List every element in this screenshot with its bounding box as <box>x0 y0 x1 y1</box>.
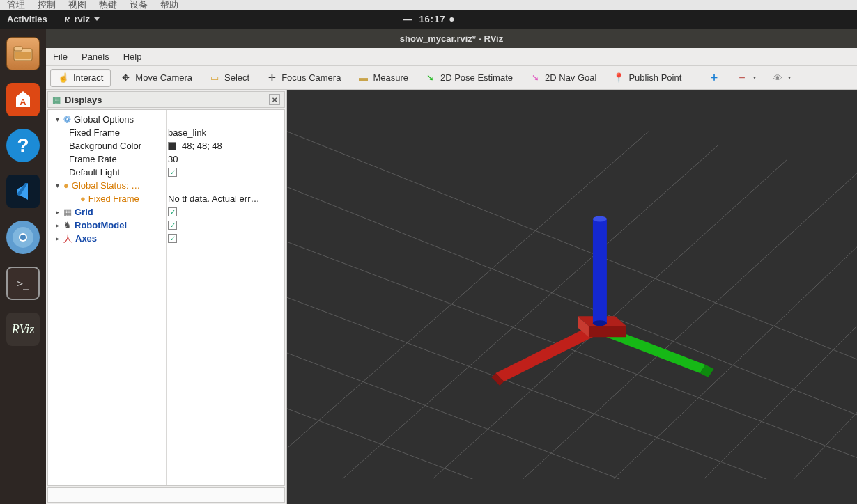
value-background-color[interactable]: 48; 48; 48 <box>168 139 283 152</box>
pointer-icon: ☝ <box>58 72 69 84</box>
select-button[interactable]: ▭ Select <box>201 69 257 87</box>
tree-prop-frame-rate[interactable]: Frame Rate <box>49 152 164 166</box>
dock-chromium-icon[interactable] <box>6 221 40 254</box>
visibility-button[interactable]: 👁▾ <box>765 69 798 87</box>
menu-help[interactable]: Help <box>123 52 142 62</box>
gnome-top-bar: Activities R rviz — 16:17 <box>0 10 857 29</box>
value-grid-checked[interactable]: ✓ <box>168 205 283 219</box>
svg-line-16 <box>287 284 857 478</box>
window-title: show_mycar.rviz* - RViz <box>400 33 503 44</box>
menu-file[interactable]: File <box>53 52 68 62</box>
displays-panel-title: Displays <box>65 95 102 105</box>
svg-rect-1 <box>14 47 22 51</box>
gear-icon: ❁ <box>63 114 71 125</box>
tree-item-global-options[interactable]: ▾❁Global Options <box>49 113 164 126</box>
crosshair-icon: ✛ <box>266 72 277 84</box>
dock-vscode-icon[interactable] <box>6 175 40 208</box>
tree-prop-default-light[interactable]: Default Light <box>49 166 164 179</box>
nav-goal-button[interactable]: ➘ 2D Nav Goal <box>522 69 604 87</box>
svg-line-18 <box>287 395 746 479</box>
value-status-fixed-frame: No tf data. Actual err… <box>168 192 283 205</box>
plus-icon: ＋ <box>709 70 720 85</box>
3d-viewport[interactable] <box>287 90 857 504</box>
pose-estimate-button[interactable]: ➘ 2D Pose Estimate <box>417 69 520 87</box>
dock-software-icon[interactable]: A <box>6 83 40 116</box>
host-os-menubar: 管理 控制 视图 热键 设备 帮助 <box>0 0 857 10</box>
toolbar-separator <box>695 70 695 86</box>
displays-panel: ▦ Displays ✕ ▾❁Global Options Fixed Fram… <box>46 90 287 504</box>
svg-line-10 <box>523 173 857 479</box>
app-menu[interactable]: R rviz <box>64 14 100 25</box>
dock-rviz-icon[interactable]: RViz <box>6 313 40 346</box>
z-axis-icon <box>593 216 607 326</box>
checkbox-icon[interactable]: ✓ <box>168 168 177 177</box>
remove-display-button[interactable]: －▾ <box>729 67 764 88</box>
focus-camera-button[interactable]: ✛ Focus Camera <box>258 69 348 87</box>
ruler-icon: ▬ <box>357 72 369 84</box>
move-camera-button[interactable]: ✥ Move Camera <box>112 69 200 87</box>
viewport-scene <box>287 90 857 479</box>
svg-text:A: A <box>20 97 26 107</box>
displays-tree: ▾❁Global Options Fixed Frame Background … <box>47 109 285 486</box>
ubuntu-dock: A ? >_ RViz <box>0 29 46 504</box>
measure-button[interactable]: ▬ Measure <box>350 69 416 87</box>
tree-status-fixed-frame[interactable]: ●Fixed Frame <box>49 192 164 205</box>
value-default-light[interactable]: ✓ <box>168 166 283 179</box>
tree-item-global-status[interactable]: ▾●Global Status: … <box>49 179 164 192</box>
menu-panels[interactable]: Panels <box>82 52 109 62</box>
checkbox-icon[interactable]: ✓ <box>168 207 177 216</box>
clock[interactable]: — 16:17 <box>403 14 454 24</box>
activities-button[interactable]: Activities <box>7 14 47 24</box>
chevron-down-icon <box>94 17 100 21</box>
displays-panel-footer <box>47 487 285 503</box>
tree-item-axes[interactable]: ▸人Axes <box>49 232 164 245</box>
window-title-bar[interactable]: show_mycar.rviz* - RViz <box>46 29 857 48</box>
checkbox-icon[interactable]: ✓ <box>168 221 177 230</box>
svg-point-30 <box>593 320 607 326</box>
interact-button[interactable]: ☝ Interact <box>50 69 111 87</box>
publish-point-button[interactable]: 📍 Publish Point <box>605 69 689 87</box>
value-axes-checked[interactable]: ✓ <box>168 232 283 245</box>
app-menu-label: rviz <box>74 14 89 24</box>
svg-rect-28 <box>593 219 607 324</box>
dock-terminal-icon[interactable]: >_ <box>6 267 40 300</box>
value-robotmodel-checked[interactable]: ✓ <box>168 219 283 232</box>
minus-icon: － <box>736 70 748 85</box>
dock-help-icon[interactable]: ? <box>6 129 40 162</box>
svg-marker-26 <box>589 326 626 337</box>
value-fixed-frame[interactable]: base_link <box>168 126 283 139</box>
svg-point-6 <box>20 235 26 240</box>
chevron-down-icon: ▾ <box>788 74 791 81</box>
chevron-down-icon: ▾ <box>753 74 756 81</box>
move-icon: ✥ <box>120 72 131 84</box>
app-menu-bar: File Panels Help <box>46 48 857 66</box>
axes-icon: 人 <box>63 233 72 245</box>
tree-item-robotmodel[interactable]: ▸♞RobotModel <box>49 219 164 232</box>
add-display-button[interactable]: ＋ <box>701 67 727 88</box>
svg-line-8 <box>343 145 718 479</box>
checkbox-icon[interactable]: ✓ <box>168 234 177 243</box>
warning-icon: ● <box>63 180 69 191</box>
toolbar: ☝ Interact ✥ Move Camera ▭ Select ✛ Focu… <box>46 66 857 90</box>
grid-icon: ▦ <box>63 207 72 217</box>
warning-icon: ● <box>80 194 86 204</box>
svg-line-14 <box>287 173 857 437</box>
tree-prop-fixed-frame[interactable]: Fixed Frame <box>49 126 164 139</box>
pink-arrow-icon: ➘ <box>530 72 541 84</box>
panel-icon: ▦ <box>52 95 61 105</box>
select-icon: ▭ <box>209 72 220 84</box>
map-pin-icon: 📍 <box>613 72 624 84</box>
svg-line-11 <box>614 194 857 479</box>
displays-panel-header[interactable]: ▦ Displays ✕ <box>47 91 285 108</box>
color-swatch-icon <box>168 142 176 150</box>
svg-point-29 <box>593 216 607 222</box>
tree-prop-background-color[interactable]: Background Color <box>49 139 164 152</box>
svg-rect-2 <box>15 52 31 59</box>
dock-files-icon[interactable] <box>6 37 40 70</box>
eye-icon: 👁 <box>773 72 782 84</box>
value-frame-rate[interactable]: 30 <box>168 152 283 166</box>
rviz-logo-icon: R <box>64 14 70 25</box>
notification-dot-icon <box>450 17 454 22</box>
close-icon[interactable]: ✕ <box>269 94 280 105</box>
tree-item-grid[interactable]: ▸▦Grid <box>49 205 164 219</box>
